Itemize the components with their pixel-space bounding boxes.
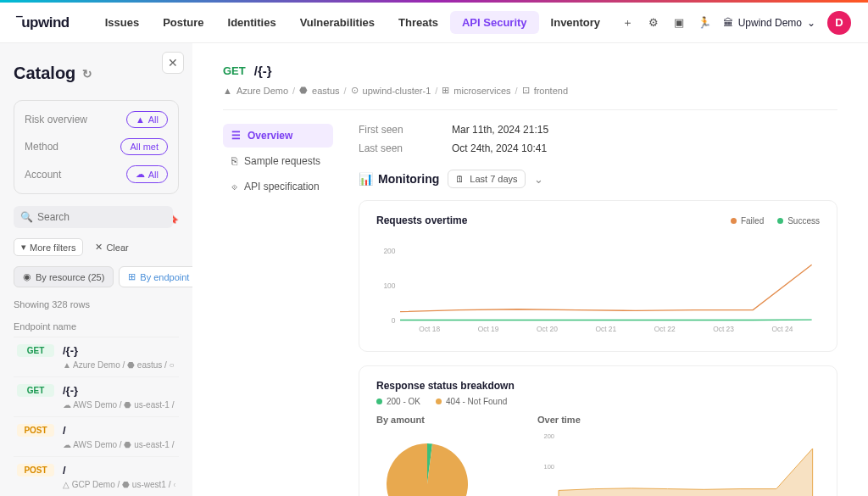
method-badge: GET: [17, 384, 54, 397]
status-area-chart: 0100200Oct 18Oct 19Oct 20Oct 21Oct 22Oct…: [537, 433, 820, 496]
org-selector[interactable]: 🏛 Upwind Demo ⌄: [723, 17, 815, 29]
breadcrumb-item[interactable]: eastus: [312, 86, 339, 96]
panel-icon[interactable]: ▣: [672, 16, 686, 30]
method-badge: GET: [17, 344, 54, 357]
filter-box: Risk overview ▲ All Method All met Accou…: [14, 100, 179, 194]
legend-404: 404 - Not Found: [446, 397, 507, 406]
svg-text:Oct 21: Oct 21: [595, 325, 616, 333]
nav-issues[interactable]: Issues: [93, 11, 151, 34]
first-seen-label: First seen: [359, 124, 426, 136]
breadcrumb-item[interactable]: Azure Demo: [236, 86, 288, 96]
endpoint-path: /: [63, 464, 66, 476]
sidenav-api-specification[interactable]: ⟐API specification: [223, 175, 333, 198]
first-seen-value: Mar 11th, 2024 21:15: [452, 124, 548, 136]
chevron-down-icon: ⌄: [807, 17, 815, 29]
breadcrumb-icon: ⬣: [299, 85, 308, 96]
breadcrumb-item[interactable]: frontend: [534, 86, 568, 96]
breadcrumb-icon: ⊡: [522, 85, 530, 96]
logo: upwind: [17, 14, 70, 31]
clear-button[interactable]: ✕ Clear: [88, 238, 135, 256]
status-chart-title: Response status breakdown: [376, 380, 820, 392]
page-title: Catalog ↻: [14, 64, 179, 83]
top-nav: IssuesPostureIdentitiesVulnerabilitiesTh…: [93, 11, 612, 34]
endpoint-row[interactable]: POST/△ GCP Demo / ⬣ us-west1 / ○: [14, 457, 179, 496]
tab-by-resource[interactable]: ◉ By resource (25): [14, 266, 114, 287]
showing-count: Showing 328 rows: [14, 299, 179, 309]
nav-identities[interactable]: Identities: [216, 11, 288, 34]
svg-text:200: 200: [383, 248, 395, 255]
filter-chip-method[interactable]: All met: [120, 138, 168, 155]
by-amount-label: By amount: [376, 415, 512, 425]
endpoint-path: /: [63, 424, 66, 437]
chevron-down-icon[interactable]: ⌄: [534, 173, 543, 186]
sidenav-overview[interactable]: ☰Overview: [223, 124, 333, 148]
svg-text:200: 200: [544, 433, 555, 440]
nav-api-security[interactable]: API Security: [450, 11, 539, 34]
nav-vulnerabilities[interactable]: Vulnerabilities: [288, 11, 387, 34]
plus-icon[interactable]: ＋: [621, 16, 635, 30]
nav-inventory[interactable]: Inventory: [539, 11, 613, 34]
legend-200: 200 - OK: [387, 397, 420, 406]
breadcrumb-icon: ⊞: [442, 85, 449, 96]
column-header: Endpoint name: [14, 316, 179, 337]
svg-text:Oct 22: Oct 22: [654, 325, 676, 333]
calendar-icon: 🗓: [455, 174, 465, 184]
nav-threats[interactable]: Threats: [387, 11, 450, 34]
date-range-selector[interactable]: 🗓 Last 7 days: [448, 170, 525, 188]
sidenav-sample-requests[interactable]: ⎘Sample requests: [223, 149, 333, 173]
endpoint-path: /{-}: [63, 384, 78, 397]
endpoint-breadcrumb: △ GCP Demo / ⬣ us-west1 / ○: [63, 480, 175, 489]
svg-text:Oct 24: Oct 24: [772, 325, 793, 333]
gear-icon[interactable]: ⚙: [647, 16, 660, 30]
more-filters-button[interactable]: ▾ More filters: [14, 238, 83, 256]
breadcrumb-icon: ▲: [223, 86, 232, 96]
breadcrumb-item[interactable]: microservices: [453, 86, 510, 96]
endpoint-list: GET/{-}▲ Azure Demo / ⬣ eastus / ○GET/{-…: [14, 337, 179, 496]
topbar: upwind IssuesPostureIdentitiesVulnerabil…: [0, 3, 868, 43]
search-icon: 🔍: [20, 211, 33, 223]
monitoring-title: 📊 Monitoring: [359, 172, 439, 186]
filter-chip-account[interactable]: ☁ All: [126, 165, 168, 183]
last-seen-value: Oct 24th, 2024 10:41: [452, 142, 547, 154]
requests-chart-card: Requests overtime Failed Success 0100200…: [359, 200, 837, 352]
running-icon[interactable]: 🏃: [698, 16, 711, 30]
search-input[interactable]: [14, 206, 173, 228]
filter-label-method: Method: [25, 141, 58, 153]
svg-text:Oct 20: Oct 20: [537, 325, 558, 333]
sidenav-icon: ☰: [231, 130, 241, 142]
svg-text:100: 100: [383, 281, 395, 290]
filter-label-risk: Risk overview: [25, 114, 87, 125]
chart-icon: 📊: [359, 172, 373, 186]
nav-posture[interactable]: Posture: [151, 11, 215, 34]
close-button[interactable]: ✕: [162, 52, 184, 74]
svg-text:Oct 23: Oct 23: [713, 325, 734, 333]
filter-chip-risk[interactable]: ▲ All: [126, 111, 168, 128]
breadcrumb-item[interactable]: upwind-cluster-1: [363, 86, 431, 96]
svg-text:Oct 19: Oct 19: [478, 325, 499, 333]
refresh-icon[interactable]: ↻: [82, 67, 92, 81]
avatar[interactable]: D: [827, 11, 851, 35]
status-pie-chart: [376, 433, 478, 496]
status-chart-card: Response status breakdown 200 - OK 404 -…: [359, 365, 837, 496]
breadcrumb-icon: ⊙: [351, 85, 359, 96]
org-selector-label: Upwind Demo: [738, 17, 802, 29]
tab-by-endpoint[interactable]: ⊞ By endpoint (: [119, 266, 192, 287]
sidenav-icon: ⟐: [231, 181, 237, 192]
method-badge: POST: [17, 464, 54, 476]
endpoint-breadcrumb: ☁ AWS Demo / ⬣ us-east-1 /: [63, 400, 175, 410]
requests-line-chart: 0100200Oct 18Oct 19Oct 20Oct 21Oct 22Oct…: [376, 248, 820, 335]
detail-path: /{-}: [254, 64, 272, 78]
endpoint-breadcrumb: ▲ Azure Demo / ⬣ eastus / ○: [63, 360, 175, 370]
endpoint-row[interactable]: GET/{-}☁ AWS Demo / ⬣ us-east-1 /: [14, 377, 179, 417]
detail-method-badge: GET: [223, 64, 246, 77]
svg-text:100: 100: [544, 463, 555, 471]
svg-text:0: 0: [392, 316, 396, 325]
endpoint-row[interactable]: POST/☁ AWS Demo / ⬣ us-east-1 /: [14, 417, 179, 457]
over-time-label: Over time: [537, 415, 820, 425]
detail-panel: GET /{-} ▲Azure Demo/⬣eastus/⊙upwind-clu…: [192, 43, 868, 496]
legend-failed: Failed: [741, 216, 764, 226]
endpoint-row[interactable]: GET/{-}▲ Azure Demo / ⬣ eastus / ○: [14, 337, 179, 377]
building-icon: 🏛: [723, 17, 733, 29]
sidebar: ✕ Catalog ↻ Risk overview ▲ All Method A…: [0, 43, 192, 496]
last-seen-label: Last seen: [359, 142, 426, 154]
